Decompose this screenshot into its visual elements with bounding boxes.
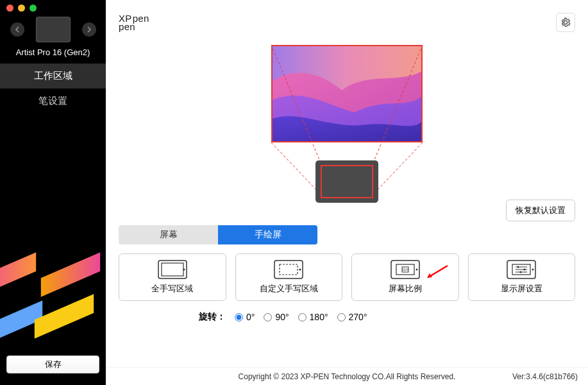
tab-tablet[interactable]: 手绘屏 bbox=[218, 225, 317, 244]
option-label: 自定义手写区域 bbox=[260, 283, 318, 295]
svg-point-10 bbox=[299, 269, 301, 271]
option-label: 显示屏设置 bbox=[501, 283, 542, 295]
wallpaper-preview bbox=[273, 46, 421, 142]
svg-point-23 bbox=[520, 271, 522, 273]
maximize-icon[interactable] bbox=[29, 4, 37, 12]
tablet-active-area bbox=[321, 165, 373, 198]
custom-area-icon bbox=[274, 260, 303, 279]
tablet-preview[interactable] bbox=[315, 160, 378, 203]
svg-line-3 bbox=[271, 142, 321, 195]
rotation-label: 旋转： bbox=[199, 311, 226, 323]
menu-pen-settings[interactable]: 笔设置 bbox=[0, 89, 106, 114]
device-name: Artist Pro 16 (Gen2) bbox=[0, 47, 106, 57]
device-thumbnail[interactable] bbox=[36, 17, 71, 42]
option-full-area[interactable]: 全手写区域 bbox=[119, 253, 226, 301]
full-area-icon bbox=[158, 260, 187, 279]
tab-screen[interactable]: 屏幕 bbox=[119, 225, 218, 244]
minimize-icon[interactable] bbox=[18, 4, 25, 12]
svg-line-4 bbox=[373, 142, 423, 195]
option-display-settings[interactable]: 显示屏设置 bbox=[468, 253, 576, 301]
svg-point-22 bbox=[524, 269, 526, 271]
svg-point-24 bbox=[532, 269, 534, 271]
option-screen-ratio[interactable]: 16:9 屏幕比例 bbox=[351, 253, 459, 301]
display-settings-icon bbox=[507, 260, 536, 279]
settings-button[interactable] bbox=[556, 13, 575, 32]
prev-device-button[interactable] bbox=[10, 22, 24, 37]
copyright-text: Copyright © 2023 XP-PEN Technology CO.Al… bbox=[239, 372, 456, 381]
option-label: 全手写区域 bbox=[151, 283, 193, 295]
close-icon[interactable] bbox=[6, 4, 13, 12]
brand-logo: X⁠Ppen pen bbox=[119, 13, 149, 31]
highlight-arrow-icon bbox=[421, 263, 451, 282]
option-label: 屏幕比例 bbox=[389, 283, 422, 295]
decorative-shapes bbox=[0, 231, 106, 346]
menu-work-area[interactable]: 工作区域 bbox=[0, 64, 106, 89]
svg-point-15 bbox=[416, 269, 417, 271]
svg-rect-9 bbox=[280, 264, 298, 275]
restore-defaults-button[interactable]: 恢复默认设置 bbox=[506, 200, 575, 221]
save-button[interactable]: 保存 bbox=[6, 355, 99, 373]
rotation-270[interactable]: 270° bbox=[337, 312, 367, 322]
svg-point-7 bbox=[183, 269, 185, 271]
mapping-tabs: 屏幕 手绘屏 bbox=[119, 225, 317, 244]
rotation-180[interactable]: 180° bbox=[298, 312, 328, 322]
rotation-90[interactable]: 90° bbox=[264, 312, 289, 322]
svg-rect-6 bbox=[162, 263, 183, 276]
window-controls[interactable] bbox=[0, 0, 106, 15]
screen-preview[interactable] bbox=[271, 45, 423, 142]
next-device-button[interactable] bbox=[82, 22, 96, 37]
mapping-preview: 恢复默认设置 bbox=[119, 45, 575, 221]
svg-point-21 bbox=[517, 266, 519, 268]
ratio-icon: 16:9 bbox=[391, 260, 420, 279]
svg-text:16:9: 16:9 bbox=[402, 268, 408, 271]
rotation-0[interactable]: 0° bbox=[235, 312, 255, 322]
gear-icon bbox=[560, 17, 571, 28]
option-custom-area[interactable]: 自定义手写区域 bbox=[235, 253, 343, 301]
version-text: Ver:3.4.6(c81b766) bbox=[512, 372, 578, 381]
svg-rect-8 bbox=[274, 261, 303, 278]
